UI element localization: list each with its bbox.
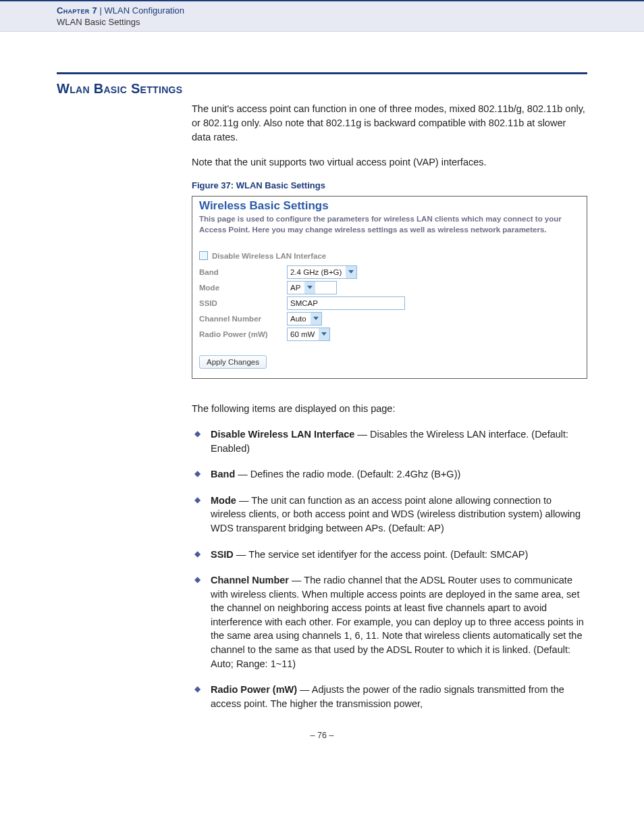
mode-select[interactable]: AP [287,281,337,294]
mode-value: AP [290,284,303,292]
item-desc: — Defines the radio mode. (Default: 2.4G… [235,469,460,479]
radio-power-value: 60 mW [290,330,317,338]
item-term: Channel Number [211,575,289,585]
radio-power-label: Radio Power (mW) [199,330,287,338]
item-term: SSID [211,549,234,560]
chevron-down-icon [319,328,329,340]
chevron-down-icon [311,313,321,325]
svg-marker-2 [313,317,319,320]
channel-value: Auto [290,315,309,323]
apply-changes-button[interactable]: Apply Changes [199,355,267,369]
page-header: Chapter 7 | WLAN Configuration WLAN Basi… [0,0,644,32]
channel-row: Channel Number Auto [199,312,580,325]
figure-caption: Figure 37: WLAN Basic Settings [192,180,587,190]
channel-select[interactable]: Auto [287,312,322,325]
list-item: Band — Defines the radio mode. (Default:… [192,467,587,481]
item-term: Radio Power (mW) [211,684,297,695]
figure-wireless-basic-settings: Wireless Basic Settings This page is use… [192,196,587,379]
list-item: Channel Number — The radio channel that … [192,573,587,671]
chevron-down-icon [346,266,356,278]
ssid-label: SSID [199,299,287,307]
svg-marker-3 [321,332,327,336]
svg-marker-0 [348,270,354,273]
disable-wlan-row: Disable Wireless LAN Interface [199,251,580,260]
ssid-row: SSID [199,296,580,310]
item-term: Disable Wireless LAN Interface [211,429,354,440]
settings-list: Disable Wireless LAN Interface — Disable… [192,427,587,710]
item-term: Mode [211,495,236,506]
mode-row: Mode AP [199,281,580,294]
band-select[interactable]: 2.4 GHz (B+G) [287,265,357,279]
header-subtitle: WLAN Basic Settings [57,17,644,27]
channel-label: Channel Number [199,315,287,323]
intro-paragraph-1: The unit's access point can function in … [192,102,587,145]
chevron-down-icon [304,282,315,294]
intro-paragraph-2: Note that the unit supports two virtual … [192,155,587,170]
svg-marker-1 [307,286,313,289]
item-desc: — The unit can function as an access poi… [211,495,581,533]
figure-title: Wireless Basic Settings [199,199,580,213]
band-label: Band [199,268,287,276]
section-heading: Wlan Basic Settings [57,81,587,97]
list-item: Mode — The unit can function as an acces… [192,494,587,536]
band-value: 2.4 GHz (B+G) [290,268,344,276]
disable-wlan-checkbox[interactable] [199,251,208,260]
item-desc: — The service set identifyer for the acc… [234,549,529,560]
item-desc: — The radio channel that the ADSL Router… [211,575,584,669]
figure-description: This page is used to configure the param… [199,214,580,235]
section-rule [57,72,587,74]
item-term: Band [211,469,235,479]
chapter-label: Chapter 7 [57,5,97,16]
ssid-input[interactable] [287,296,405,310]
list-item: Disable Wireless LAN Interface — Disable… [192,427,587,455]
radio-power-select[interactable]: 60 mW [287,328,330,341]
list-item: SSID — The service set identifyer for th… [192,548,587,562]
disable-wlan-label: Disable Wireless LAN Interface [212,252,326,260]
header-line-1: Chapter 7 | WLAN Configuration [57,5,644,16]
chapter-title: WLAN Configuration [105,5,185,16]
list-item: Radio Power (mW) — Adjusts the power of … [192,683,587,710]
items-intro: The following items are displayed on thi… [192,403,587,414]
radio-power-row: Radio Power (mW) 60 mW [199,328,580,341]
header-separator: | [100,5,102,16]
page-number: – 76 – [0,731,644,740]
band-row: Band 2.4 GHz (B+G) [199,265,580,279]
mode-label: Mode [199,284,287,292]
